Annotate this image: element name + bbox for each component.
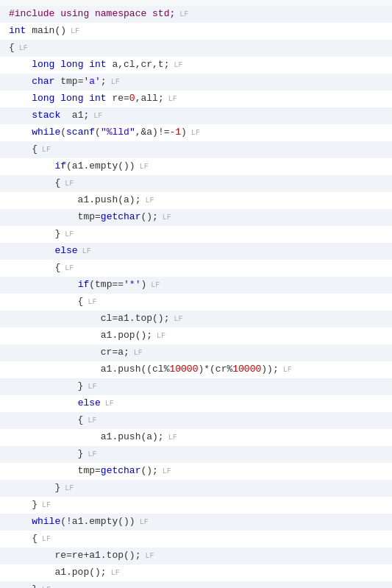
token-var: )*(cr% xyxy=(198,364,232,375)
token-var xyxy=(9,59,32,70)
code-line: long long int a,cl,cr,t; LF xyxy=(0,57,392,74)
token-kw: long long int xyxy=(32,93,106,104)
token-lf: LF xyxy=(89,112,102,120)
token-kw: stack xyxy=(32,110,60,121)
code-text: } LF xyxy=(9,582,51,588)
code-line: { LF xyxy=(0,175,392,192)
token-var xyxy=(9,127,32,138)
token-var: ( xyxy=(60,127,66,138)
token-var: main() xyxy=(26,25,66,36)
code-text: { LF xyxy=(9,40,28,56)
token-lf: LF xyxy=(38,535,51,543)
token-kw: char xyxy=(32,76,54,87)
token-var: { xyxy=(9,42,15,53)
token-lf: LF xyxy=(38,501,51,509)
code-text: long long int re=0,all; LF xyxy=(9,91,177,107)
code-text: while(!a1.empty()) LF xyxy=(9,514,149,530)
token-var xyxy=(9,397,78,408)
code-text: tmp=getchar(); LF xyxy=(9,464,171,479)
token-lf: LF xyxy=(187,129,200,137)
token-lf: LF xyxy=(140,552,154,560)
token-var: a1; xyxy=(60,110,89,121)
token-lf: LF xyxy=(175,10,188,18)
token-lf: LF xyxy=(83,417,96,425)
code-container: #include using namespace std; LFint main… xyxy=(0,0,392,588)
code-line: } LF xyxy=(0,378,392,395)
token-kw: while xyxy=(32,516,60,527)
token-var: ) xyxy=(181,127,187,138)
token-kw: while xyxy=(32,127,60,138)
token-var xyxy=(9,279,78,290)
token-var xyxy=(9,160,54,171)
code-text: { LF xyxy=(9,176,74,191)
code-text: if(a1.empty()) LF xyxy=(9,159,149,174)
token-lf: LF xyxy=(38,146,51,154)
code-text: a1.push((cl%10000)*(cr%10000)); LF xyxy=(9,362,292,378)
token-lf: LF xyxy=(164,433,177,442)
code-line: re=re+a1.top(); LF xyxy=(0,548,392,564)
token-var: tmp= xyxy=(9,465,101,476)
code-line: } LF xyxy=(0,446,392,463)
token-var: { xyxy=(9,296,83,307)
token-var: tmp= xyxy=(9,211,101,222)
token-lf: LF xyxy=(279,366,292,374)
token-var xyxy=(9,110,32,121)
token-lf: LF xyxy=(158,213,171,222)
token-lf: LF xyxy=(107,78,120,86)
token-var: cr=a; xyxy=(9,347,129,358)
token-var: ; xyxy=(101,76,107,87)
code-text: a1.pop(); LF xyxy=(9,328,165,344)
token-var: ,&a)!= xyxy=(135,127,170,138)
code-line: } LF xyxy=(0,497,392,514)
code-line: char tmp='a'; LF xyxy=(0,74,392,91)
code-line: else LF xyxy=(0,395,392,412)
token-var: } xyxy=(9,499,38,510)
code-line: { LF xyxy=(0,260,392,277)
code-line: } LF xyxy=(0,581,392,588)
token-fn: scanf xyxy=(66,127,95,138)
code-line: if(tmp=='*') LF xyxy=(0,277,392,294)
token-lf: LF xyxy=(164,95,177,103)
code-line: a1.push(a); LF xyxy=(0,429,392,446)
token-fn: getchar xyxy=(101,465,141,476)
token-var: tmp= xyxy=(54,76,83,87)
token-kw: if xyxy=(54,160,66,171)
code-text: else LF xyxy=(9,244,91,259)
code-line: else LF xyxy=(0,243,392,260)
code-text: #include using namespace std; LF xyxy=(9,7,188,22)
code-text: re=re+a1.top(); LF xyxy=(9,548,154,564)
code-line: long long int re=0,all; LF xyxy=(0,91,392,107)
token-var: (!a1.empty()) xyxy=(60,516,135,527)
token-var: (tmp== xyxy=(89,279,124,290)
code-line: { LF xyxy=(0,40,392,57)
token-var: re= xyxy=(107,93,129,104)
code-text: long long int a,cl,cr,t; LF xyxy=(9,57,182,73)
token-lf: LF xyxy=(60,230,74,238)
code-line: { LF xyxy=(0,294,392,311)
token-num: -1 xyxy=(170,127,182,138)
code-line: a1.push((cl%10000)*(cr%10000)); LF xyxy=(0,361,392,378)
token-var: a1.pop(); xyxy=(9,567,107,578)
code-line: if(a1.empty()) LF xyxy=(0,158,392,175)
token-var: )); xyxy=(261,364,278,375)
code-line: { LF xyxy=(0,141,392,158)
code-text: cr=a; LF xyxy=(9,345,143,361)
token-var: } xyxy=(9,380,83,392)
token-kw: int xyxy=(9,25,26,36)
token-num: 10000 xyxy=(169,364,198,375)
token-str: "%lld" xyxy=(101,127,135,138)
code-text: { LF xyxy=(9,142,51,157)
code-text: { LF xyxy=(9,531,51,547)
token-lf: LF xyxy=(169,315,182,323)
token-var: { xyxy=(9,533,38,544)
code-text: } LF xyxy=(9,481,74,496)
code-line: while(!a1.empty()) LF xyxy=(0,514,392,531)
code-line: tmp=getchar(); LF xyxy=(0,209,392,226)
code-text: } LF xyxy=(9,497,51,513)
token-lf: LF xyxy=(78,247,91,255)
code-line: a1.pop(); LF xyxy=(0,564,392,581)
token-var: { xyxy=(9,177,60,188)
token-lf: LF xyxy=(101,400,114,408)
code-line: tmp=getchar(); LF xyxy=(0,463,392,480)
code-text: char tmp='a'; LF xyxy=(9,74,120,90)
